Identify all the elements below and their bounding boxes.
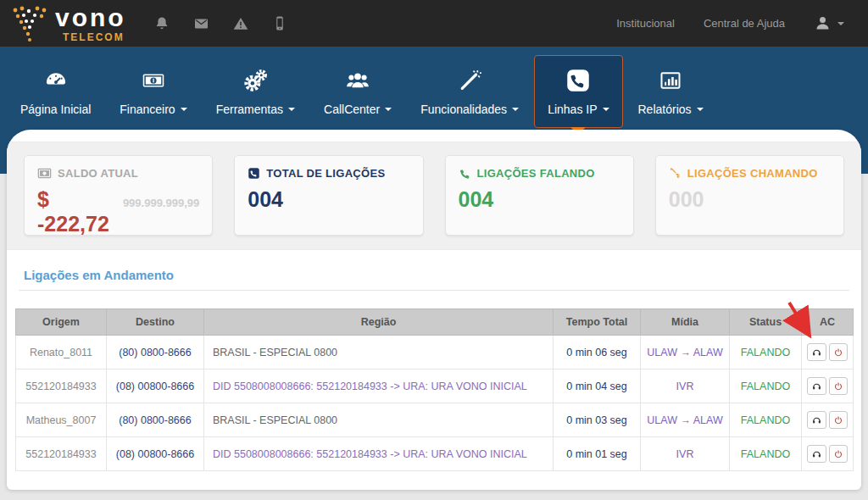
table-row: Renato_8011 (80) 0800-8666 BRASIL - ESPE… xyxy=(16,336,854,369)
cell-destino: (08) 00800-8666 xyxy=(107,437,204,471)
stat-title: TOTAL DE LIGAÇÕES xyxy=(266,167,385,180)
stat-title: SALDO ATUAL xyxy=(58,167,138,180)
dashboard-icon xyxy=(43,66,69,95)
nav-items: Página Inicial Financeiro xyxy=(0,47,868,128)
power-icon xyxy=(833,347,843,358)
chevron-down-icon xyxy=(512,108,519,111)
cell-status: FALANDO xyxy=(730,437,802,471)
stat-title: LIGAÇÕES FALANDO xyxy=(477,167,595,180)
stat-card-saldo-atual: SALDO ATUAL $ -222,72 999.999.999,99 xyxy=(24,155,213,236)
listen-button[interactable] xyxy=(807,343,826,361)
cell-origem: 552120184933 xyxy=(16,437,107,471)
annotation-arrow xyxy=(775,297,822,343)
warning-icon[interactable] xyxy=(232,15,249,32)
nav-item-funcionalidades[interactable]: Funcionalidades xyxy=(407,55,532,128)
top-header: vono TELECOM xyxy=(0,0,868,47)
cell-midia: ULAW → ALAW xyxy=(641,336,730,369)
vono-dots-logo-icon xyxy=(12,5,47,42)
wand-icon xyxy=(457,66,482,95)
chevron-down-icon xyxy=(288,108,295,111)
nav-label: Funcionalidades xyxy=(420,103,507,116)
table-row: 552120184933 (08) 00800-8666 DID 5508008… xyxy=(16,369,854,403)
cell-destino: (80) 0800-8666 xyxy=(107,336,204,369)
listen-button[interactable] xyxy=(807,411,826,429)
table-row: Matheus_8007 (80) 0800-8666 BRASIL - ESP… xyxy=(16,403,854,437)
calls-table-wrap: Origem Destino Região Tempo Total Mídia … xyxy=(15,308,853,471)
nav-label: Linhas IP xyxy=(548,103,597,116)
table-row: 552120184933 (08) 00800-8666 DID 5508008… xyxy=(16,437,854,471)
cell-midia: ULAW → ALAW xyxy=(641,403,730,437)
money-icon xyxy=(140,66,167,95)
cell-tempo-total: 0 min 04 seg xyxy=(554,369,641,403)
users-icon xyxy=(344,66,371,95)
money-icon xyxy=(37,168,52,179)
user-menu[interactable] xyxy=(814,14,844,32)
ligacoes-falando-value: 004 xyxy=(459,187,494,212)
hangup-button[interactable] xyxy=(829,343,849,361)
calls-table: Origem Destino Região Tempo Total Mídia … xyxy=(15,308,854,471)
brand-name: vono xyxy=(55,5,126,31)
headphones-icon xyxy=(811,381,822,392)
chevron-down-icon xyxy=(181,108,187,111)
cell-destino: (80) 0800-8666 xyxy=(107,403,204,437)
handset-icon xyxy=(459,167,471,180)
listen-button[interactable] xyxy=(807,445,826,463)
cell-regiao: BRASIL - ESPECIAL 0800 xyxy=(204,336,554,369)
stat-card-ligacoes-falando: LIGAÇÕES FALANDO 004 xyxy=(445,155,634,236)
col-destino: Destino xyxy=(107,309,204,336)
chevron-down-icon xyxy=(837,22,844,25)
mobile-icon[interactable] xyxy=(271,14,288,32)
chevron-down-icon xyxy=(697,108,704,111)
nav-label: Financeiro xyxy=(120,103,175,116)
cell-origem: Renato_8011 xyxy=(16,336,107,369)
cell-destino: (08) 00800-8666 xyxy=(107,369,204,403)
col-midia: Mídia xyxy=(641,309,730,336)
nav-label: Página Inicial xyxy=(20,103,91,116)
total-ligacoes-value: 004 xyxy=(248,187,283,212)
hangup-button[interactable] xyxy=(829,445,849,463)
table-header-row: Origem Destino Região Tempo Total Mídia … xyxy=(16,309,854,336)
cell-regiao: BRASIL - ESPECIAL 0800 xyxy=(204,403,554,437)
col-regiao: Região xyxy=(204,309,554,336)
stat-title: LIGAÇÕES CHAMANDO xyxy=(687,167,818,180)
content-panel: SALDO ATUAL $ -222,72 999.999.999,99 TOT… xyxy=(7,130,861,490)
header-right: Institucional Central de Ajuda xyxy=(616,14,844,32)
phone-square-icon xyxy=(248,167,260,180)
cell-regiao: DID 5508008008666: 552120184933 -> URA: … xyxy=(204,369,554,403)
bell-icon[interactable] xyxy=(153,15,170,32)
listen-button[interactable] xyxy=(807,377,826,395)
cell-origem: Matheus_8007 xyxy=(16,403,107,437)
nav-item-relatorios[interactable]: Relatórios xyxy=(625,55,717,128)
cell-midia: IVR xyxy=(641,369,730,403)
headphones-icon xyxy=(811,415,822,425)
cell-status: FALANDO xyxy=(730,369,802,403)
hangup-button[interactable] xyxy=(829,377,849,395)
nav-item-pagina-inicial[interactable]: Página Inicial xyxy=(7,55,104,128)
gears-icon xyxy=(242,66,269,95)
power-icon xyxy=(833,415,843,425)
headphones-icon xyxy=(811,449,822,459)
chevron-down-icon xyxy=(385,108,392,111)
header-notification-icons xyxy=(153,14,288,32)
stat-card-ligacoes-chamando: LIGAÇÕES CHAMANDO 000 xyxy=(655,155,844,236)
brand-subtitle: TELECOM xyxy=(63,32,125,42)
link-institucional[interactable]: Institucional xyxy=(616,17,675,30)
user-icon xyxy=(814,14,832,32)
nav-item-ferramentas[interactable]: Ferramentas xyxy=(203,55,309,128)
cell-tempo-total: 0 min 06 seg xyxy=(554,336,641,369)
cell-tempo-total: 0 min 01 seg xyxy=(554,437,641,471)
nav-item-financeiro[interactable]: Financeiro xyxy=(106,55,200,128)
logo-text: vono TELECOM xyxy=(55,5,126,42)
stat-card-total-ligacoes: TOTAL DE LIGAÇÕES 004 xyxy=(234,155,423,236)
section-divider xyxy=(19,290,849,291)
nav-item-linhas-ip[interactable]: Linhas IP xyxy=(534,55,622,128)
nav-label: Relatórios xyxy=(638,103,692,116)
link-central-de-ajuda[interactable]: Central de Ajuda xyxy=(704,17,785,30)
nav-item-callcenter[interactable]: CallCenter xyxy=(310,55,405,128)
col-tempo-total: Tempo Total xyxy=(554,309,641,336)
hangup-button[interactable] xyxy=(829,411,849,429)
saldo-value: $ -222,72 xyxy=(37,187,114,236)
envelope-icon[interactable] xyxy=(192,15,210,32)
section-title: Ligações em Andamento xyxy=(24,268,844,282)
vono-logo[interactable]: vono TELECOM xyxy=(12,5,126,42)
